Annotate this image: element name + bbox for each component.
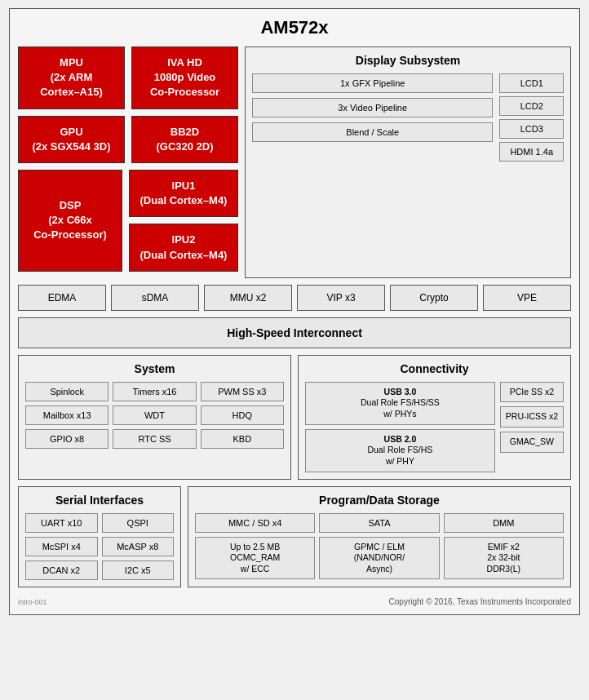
stor-gpmc: GPMC / ELM (NAND/NOR/ Async) xyxy=(319,537,439,580)
ser-dcan: DCAN x2 xyxy=(25,560,98,580)
system-title: System xyxy=(25,362,284,375)
ser-mcspi: McSPI x4 xyxy=(25,537,98,556)
lower-section: System Spinlock Timers x16 PWM SS x3 Mai… xyxy=(18,355,571,480)
ipu-stack: IPU1 (Dual Cortex–M4) IPU2 (Dual Cortex–… xyxy=(129,170,238,272)
bar-mmu: MMU x2 xyxy=(204,285,292,311)
ser-mcasp: McASP x8 xyxy=(102,537,175,556)
main-diagram: AM572x MPU (2x ARM Cortex–A15) IVA HD 10… xyxy=(9,8,580,615)
interconnect-bar: High-Speed Interconnect xyxy=(18,317,571,348)
sys-timers: Timers x16 xyxy=(113,382,196,401)
storage-bottom-row: Up to 2.5 MB OCMC_RAM w/ ECC GPMC / ELM … xyxy=(195,537,564,580)
sys-rtc: RTC SS xyxy=(113,429,196,449)
iva-block: IVA HD 1080p Video Co-Processor xyxy=(131,47,238,109)
storage-box: Program/Data Storage MMC / SD x4 SATA DM… xyxy=(188,486,571,587)
dsp-block: DSP (2x C66x Co-Processor) xyxy=(18,170,122,272)
sys-hdq: HDQ xyxy=(201,405,284,425)
display-subsystem: Display Subsystem 1x GFX Pipeline 3x Vid… xyxy=(245,47,571,278)
ipu1-block: IPU1 (Dual Cortex–M4) xyxy=(129,170,238,217)
stor-mmc: MMC / SD x4 xyxy=(195,513,315,533)
pru-icss: PRU-ICSS x2 xyxy=(500,406,564,428)
system-box: System Spinlock Timers x16 PWM SS x3 Mai… xyxy=(18,355,291,480)
stor-sata: SATA xyxy=(319,513,439,533)
stor-emif: EMIF x2 2x 32-bit DDR3(L) xyxy=(444,537,564,580)
bar-sdma: sDMA xyxy=(111,285,199,311)
ser-i2c: I2C x5 xyxy=(102,560,175,580)
lcd1: LCD1 xyxy=(499,73,564,93)
bb2d-block: BB2D (GC320 2D) xyxy=(131,116,238,163)
lcd2: LCD2 xyxy=(499,96,564,116)
usb20: USB 2.0 Dual Role FS/HS w/ PHY xyxy=(305,429,495,472)
serial-grid: UART x10 QSPI McSPI x4 McASP x8 DCAN x2 … xyxy=(25,513,174,580)
sys-mailbox: Mailbox x13 xyxy=(25,405,108,425)
serial-title: Serial Interfaces xyxy=(25,494,174,507)
display-right-column: LCD1 LCD2 LCD3 HDMI 1.4a xyxy=(499,73,564,162)
bar-row: EDMA sDMA MMU x2 VIP x3 Crypto VPE xyxy=(18,285,571,311)
stor-dmm: DMM xyxy=(444,513,564,533)
connectivity-grid: USB 3.0 Dual Role FS/HS/SS w/ PHYs USB 2… xyxy=(305,382,564,472)
video-pipeline: 3x Video Pipeline xyxy=(252,98,493,117)
gmac: GMAC_SW xyxy=(500,432,564,453)
sys-spinlock: Spinlock xyxy=(25,382,108,401)
gpu-block: GPU (2x SGX544 3D) xyxy=(18,116,125,163)
connectivity-title: Connectivity xyxy=(305,362,564,375)
usb30: USB 3.0 Dual Role FS/HS/SS w/ PHYs xyxy=(305,382,495,425)
conn-left: USB 3.0 Dual Role FS/HS/SS w/ PHYs USB 2… xyxy=(305,382,495,472)
bar-crypto: Crypto xyxy=(390,285,478,311)
intro-label: intro-001 xyxy=(18,598,47,606)
bar-edma: EDMA xyxy=(18,285,106,311)
conn-right: PCIe SS x2 PRU-ICSS x2 GMAC_SW xyxy=(500,382,564,472)
pcie: PCIe SS x2 xyxy=(500,382,564,403)
lcd3: LCD3 xyxy=(499,119,564,139)
hdmi: HDMI 1.4a xyxy=(499,142,564,162)
serial-box: Serial Interfaces UART x10 QSPI McSPI x4… xyxy=(18,486,181,587)
connectivity-box: Connectivity USB 3.0 Dual Role FS/HS/SS … xyxy=(298,355,571,480)
bottom-section: Serial Interfaces UART x10 QSPI McSPI x4… xyxy=(18,486,571,587)
blend-scale: Blend / Scale xyxy=(252,122,493,142)
gfx-pipeline: 1x GFX Pipeline xyxy=(252,73,493,93)
top-left-grid: MPU (2x ARM Cortex–A15) IVA HD 1080p Vid… xyxy=(18,47,238,163)
left-processor-blocks: MPU (2x ARM Cortex–A15) IVA HD 1080p Vid… xyxy=(18,47,238,278)
storage-title: Program/Data Storage xyxy=(195,494,564,507)
bar-vip: VIP x3 xyxy=(297,285,385,311)
ser-uart: UART x10 xyxy=(25,513,98,533)
ser-qspi: QSPI xyxy=(102,513,175,533)
top-section: MPU (2x ARM Cortex–A15) IVA HD 1080p Vid… xyxy=(18,47,571,278)
stor-ocmc: Up to 2.5 MB OCMC_RAM w/ ECC xyxy=(195,537,315,580)
storage-top-row: MMC / SD x4 SATA DMM xyxy=(195,513,564,533)
system-grid: Spinlock Timers x16 PWM SS x3 Mailbox x1… xyxy=(25,382,284,449)
display-grid: 1x GFX Pipeline 3x Video Pipeline Blend … xyxy=(252,73,564,162)
sys-gpio: GPIO x8 xyxy=(25,429,108,449)
sys-pwm: PWM SS x3 xyxy=(201,382,284,401)
ipu2-block: IPU2 (Dual Cortex–M4) xyxy=(129,224,238,271)
sys-kbd: KBD xyxy=(201,429,284,449)
mpu-block: MPU (2x ARM Cortex–A15) xyxy=(18,47,125,109)
dsp-ipu-section: DSP (2x C66x Co-Processor) IPU1 (Dual Co… xyxy=(18,170,238,272)
display-left-column: 1x GFX Pipeline 3x Video Pipeline Blend … xyxy=(252,73,493,162)
page-title: AM572x xyxy=(18,17,571,38)
bar-vpe: VPE xyxy=(483,285,571,311)
copyright: Copyright © 2016, Texas Instruments Inco… xyxy=(389,597,571,606)
display-title: Display Subsystem xyxy=(252,54,564,67)
sys-wdt: WDT xyxy=(113,405,196,425)
